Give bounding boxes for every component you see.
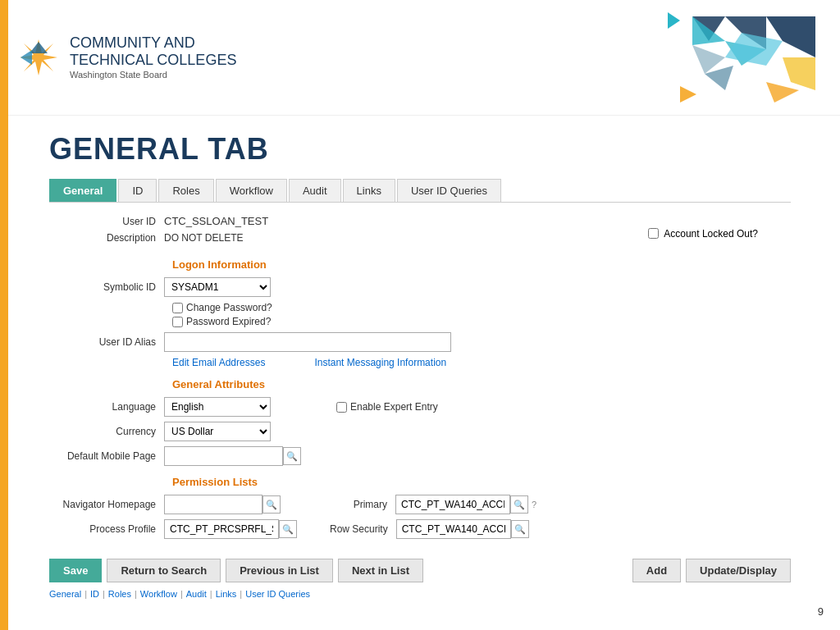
add-button[interactable]: Add	[632, 559, 681, 582]
page-number: 9	[818, 605, 824, 618]
logo-brand: COMMUNITY and TECHNICAL COLLEGES	[70, 34, 236, 70]
change-password-label[interactable]: Change Password?	[172, 302, 791, 313]
enable-expert-label[interactable]: Enable Expert Entry	[336, 401, 438, 413]
svg-marker-13	[668, 12, 680, 29]
navigator-homepage-search-btn[interactable]: 🔍	[262, 495, 281, 514]
row-security-input[interactable]	[396, 519, 511, 539]
primary-label: Primary	[330, 499, 395, 510]
process-profile-input[interactable]	[164, 519, 279, 539]
tab-roles[interactable]: Roles	[158, 179, 213, 202]
row-security-label: Row Security	[330, 523, 396, 535]
description-label: Description	[49, 232, 164, 244]
user-id-value: CTC_SSLOAN_TEST	[164, 215, 268, 227]
currency-select[interactable]: US Dollar Euro	[164, 422, 271, 441]
tab-links[interactable]: Links	[343, 179, 395, 202]
description-row: Description DO NOT DELETE	[49, 232, 268, 244]
process-profile-row: Process Profile 🔍	[49, 519, 297, 539]
default-mobile-row: Default Mobile Page 🔍	[49, 446, 791, 466]
geo-svg	[561, 8, 824, 107]
account-locked-area: Account Locked Out?	[648, 215, 791, 249]
svg-marker-1	[30, 42, 48, 53]
next-in-list-button[interactable]: Next in List	[338, 559, 423, 582]
geo-decoration	[561, 8, 824, 107]
symbolic-id-row: Symbolic ID SYSADM1	[49, 277, 791, 297]
logo-icon	[16, 35, 62, 80]
bottom-nav-workflow[interactable]: Workflow	[140, 589, 177, 599]
primary-input[interactable]	[395, 495, 510, 514]
email-links-row: Edit Email Addresses Instant Messaging I…	[172, 357, 791, 368]
bottom-nav-general[interactable]: General	[49, 589, 81, 599]
navigator-homepage-label: Navigator Homepage	[49, 499, 164, 510]
primary-row: Primary 🔍 ?	[330, 495, 536, 514]
svg-marker-9	[783, 57, 815, 90]
return-to-search-button[interactable]: Return to Search	[107, 559, 221, 582]
language-label: Language	[49, 401, 164, 413]
currency-label: Currency	[49, 426, 164, 437]
primary-search-btn[interactable]: 🔍	[510, 495, 528, 514]
default-mobile-search-btn[interactable]: 🔍	[283, 447, 301, 465]
bottom-nav-links[interactable]: Links	[216, 589, 237, 599]
general-attributes-title: General Attributes	[172, 378, 791, 390]
language-select[interactable]: English French Spanish	[164, 397, 271, 417]
row-security-row: Row Security 🔍	[330, 519, 536, 539]
currency-row: Currency US Dollar Euro	[49, 422, 791, 441]
instant-msg-link[interactable]: Instant Messaging Information	[314, 357, 446, 368]
tab-id[interactable]: ID	[118, 179, 157, 202]
svg-marker-8	[725, 33, 783, 66]
bottom-buttons: Save Return to Search Previous in List N…	[49, 559, 791, 582]
password-expired-label[interactable]: Password Expired?	[172, 316, 791, 327]
bottom-nav-id[interactable]: ID	[90, 589, 99, 599]
main-content: General ID Roles Workflow Audit Links Us…	[0, 179, 840, 599]
svg-marker-10	[766, 82, 799, 103]
user-id-row: User ID CTC_SSLOAN_TEST	[49, 215, 268, 227]
user-info-left: User ID CTC_SSLOAN_TEST Description DO N…	[49, 215, 268, 249]
language-row: Language English French Spanish Enable E…	[49, 397, 791, 417]
permission-right: Primary 🔍 ? Row Security 🔍	[330, 495, 536, 544]
account-locked-checkbox[interactable]	[648, 228, 659, 239]
navigator-homepage-row: Navigator Homepage 🔍	[49, 495, 297, 514]
primary-help-icon[interactable]: ?	[532, 500, 536, 509]
logon-info-title: Logon Information	[172, 258, 791, 271]
process-profile-label: Process Profile	[49, 523, 164, 535]
logo-text: COMMUNITY and TECHNICAL COLLEGES Washing…	[70, 34, 236, 80]
tab-user-id-queries[interactable]: User ID Queries	[397, 179, 501, 202]
edit-email-link[interactable]: Edit Email Addresses	[172, 357, 265, 368]
description-value: DO NOT DELETE	[164, 232, 243, 244]
previous-in-list-button[interactable]: Previous in List	[226, 559, 333, 582]
svg-marker-2	[21, 50, 32, 65]
default-mobile-input[interactable]	[164, 446, 283, 466]
tab-workflow[interactable]: Workflow	[216, 179, 287, 202]
logo-area: COMMUNITY and TECHNICAL COLLEGES Washing…	[16, 34, 236, 80]
symbolic-id-label: Symbolic ID	[49, 281, 164, 293]
default-mobile-label: Default Mobile Page	[49, 450, 164, 462]
bottom-nav-audit[interactable]: Audit	[186, 589, 207, 599]
password-expired-checkbox[interactable]	[172, 317, 183, 327]
update-display-button[interactable]: Update/Display	[686, 559, 791, 582]
change-password-checkbox[interactable]	[172, 303, 183, 313]
user-id-alias-input[interactable]	[164, 332, 451, 352]
user-id-alias-label: User ID Alias	[49, 336, 164, 348]
svg-marker-14	[680, 86, 696, 103]
bottom-nav-user-id-queries[interactable]: User ID Queries	[245, 589, 310, 599]
symbolic-id-select[interactable]: SYSADM1	[164, 277, 271, 297]
save-button[interactable]: Save	[49, 559, 102, 582]
process-profile-search-btn[interactable]: 🔍	[279, 520, 297, 538]
password-expired-row: Password Expired?	[172, 316, 791, 327]
permission-left: Navigator Homepage 🔍 Process Profile 🔍	[49, 495, 297, 544]
header: COMMUNITY and TECHNICAL COLLEGES Washing…	[0, 0, 840, 116]
tab-audit[interactable]: Audit	[289, 179, 341, 202]
permission-lists-title: Permission Lists	[172, 476, 791, 488]
user-info-section: User ID CTC_SSLOAN_TEST Description DO N…	[49, 215, 791, 249]
left-accent-bar	[0, 0, 8, 630]
enable-expert-checkbox[interactable]	[336, 402, 347, 413]
bottom-nav-roles[interactable]: Roles	[108, 589, 131, 599]
tab-general[interactable]: General	[49, 179, 116, 202]
account-locked-label: Account Locked Out?	[664, 228, 758, 240]
bottom-nav: General | ID | Roles | Workflow | Audit …	[49, 589, 791, 599]
logo-sub: Washington State Board	[70, 70, 236, 80]
page-title: GENERAL TAB	[0, 116, 840, 179]
row-security-search-btn[interactable]: 🔍	[511, 520, 529, 538]
change-password-row: Change Password?	[172, 302, 791, 313]
user-id-alias-row: User ID Alias	[49, 332, 791, 352]
navigator-homepage-input[interactable]	[164, 495, 262, 514]
